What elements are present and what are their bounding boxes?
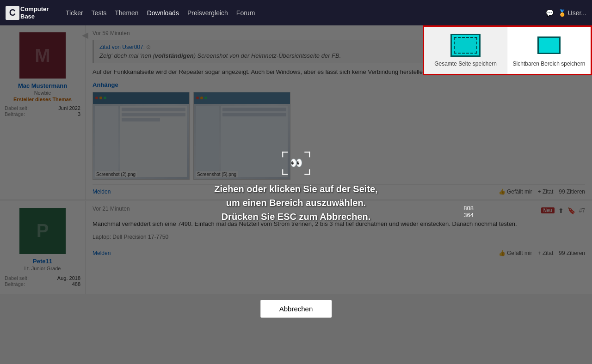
logo[interactable]: C Computer Base [6,6,56,20]
nav-right: 💬 🏅 User... [546,9,586,17]
nav-ticker[interactable]: Ticker [66,9,83,17]
logo-text: Computer Base [20,6,49,20]
corner-bl [282,169,288,175]
overlay-text: Ziehen oder klicken Sie auf der Seite, u… [214,182,377,224]
cancel-button[interactable]: Abbrechen [260,300,332,318]
nav-downloads[interactable]: Downloads [147,9,179,17]
ss-visible-area-icon [537,36,561,54]
corner-tr [304,152,310,157]
screenshot-panel: Gesamte Seite speichern Sichtbaren Berei… [423,25,592,75]
nav-forum[interactable]: Forum [236,9,255,17]
ss-visible-area-label: Sichtbaren Bereich speichern [513,61,586,67]
ss-full-page-label: Gesamte Seite speichern [434,61,497,67]
ss-full-page-option[interactable]: Gesamte Seite speichern [424,27,507,74]
crosshair-area: 👀 Ziehen oder klicken Sie auf der Seite,… [214,152,377,224]
forum-icon: 💬 [546,9,554,17]
logo-icon: C [6,6,19,20]
nav-preisvergleich[interactable]: Preisvergleich [187,9,228,17]
user-badge: 🏅 User... [558,9,586,17]
ss-visible-icon-wrap [537,34,561,57]
main-content: M Mac Mustermann Newbie Ersteller dieses… [0,25,592,364]
main-nav: Ticker Tests Themen Downloads Preisvergl… [66,9,255,17]
ss-visible-area-option[interactable]: Sichtbaren Bereich speichern [507,27,591,74]
coords-display: 808 364 [463,205,474,218]
corner-br [304,169,310,175]
nav-themen[interactable]: Themen [115,9,138,17]
nav-tests[interactable]: Tests [92,9,107,17]
face-icon: 👀 [290,157,302,169]
screenshot-overlay: 👀 Ziehen oder klicken Sie auf der Seite,… [0,25,592,364]
corner-tl [282,152,288,157]
navbar: C Computer Base Ticker Tests Themen Down… [0,0,592,25]
crosshair-corners: 👀 [282,152,310,175]
ss-full-page-icon [450,34,481,57]
